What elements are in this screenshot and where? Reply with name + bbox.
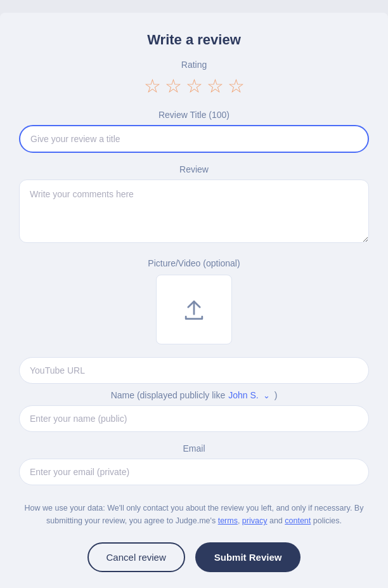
page-title: Write a review — [19, 32, 369, 48]
review-textarea[interactable] — [19, 180, 369, 243]
submit-review-button[interactable]: Submit Review — [195, 542, 301, 572]
star-5[interactable]: ☆ — [228, 75, 245, 97]
review-form-card: Write a review Rating ☆ ☆ ☆ ☆ ☆ Review T… — [0, 13, 388, 588]
privacy-text: How we use your data: We'll only contact… — [22, 502, 366, 527]
content-link[interactable]: content — [285, 516, 311, 525]
picture-video-label: Picture/Video (optional) — [19, 258, 369, 268]
name-label-prefix: Name (displayed publicly like — [111, 390, 226, 400]
review-title-input[interactable] — [19, 125, 369, 153]
name-dropdown-button[interactable]: ⌄ — [262, 391, 271, 400]
rating-label: Rating — [19, 60, 369, 70]
name-input[interactable] — [19, 405, 369, 432]
star-3[interactable]: ☆ — [186, 75, 203, 97]
upload-icon — [180, 296, 208, 323]
name-label-suffix: ) — [275, 390, 278, 400]
privacy-link[interactable]: privacy — [242, 516, 268, 525]
email-label: Email — [19, 443, 369, 454]
youtube-url-input[interactable] — [19, 357, 369, 384]
star-rating[interactable]: ☆ ☆ ☆ ☆ ☆ — [19, 75, 369, 97]
cancel-review-button[interactable]: Cancel review — [87, 542, 185, 572]
star-4[interactable]: ☆ — [207, 75, 224, 97]
review-title-label: Review Title (100) — [19, 110, 369, 120]
terms-link[interactable]: terms — [218, 516, 238, 525]
star-1[interactable]: ☆ — [144, 75, 161, 97]
name-display-row: Name (displayed publicly like John S. ⌄ … — [19, 390, 369, 400]
review-label: Review — [19, 164, 369, 174]
upload-area[interactable] — [156, 275, 232, 344]
star-2[interactable]: ☆ — [165, 75, 182, 97]
form-buttons: Cancel review Submit Review — [19, 542, 369, 572]
name-example: John S. — [228, 390, 258, 400]
email-input[interactable] — [19, 459, 369, 485]
